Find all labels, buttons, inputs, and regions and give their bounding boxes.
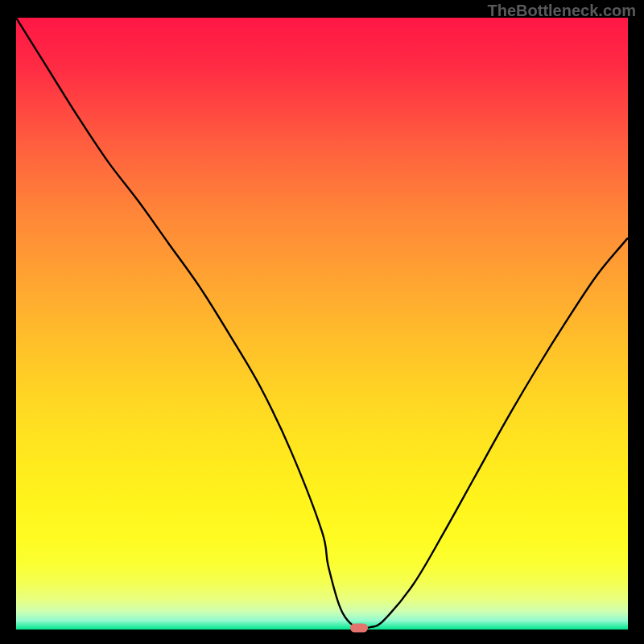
curve-path — [16, 18, 628, 628]
optimum-marker — [350, 624, 368, 633]
bottleneck-curve — [16, 18, 628, 630]
plot-area — [16, 18, 628, 630]
chart-frame: TheBottleneck.com — [0, 0, 644, 644]
